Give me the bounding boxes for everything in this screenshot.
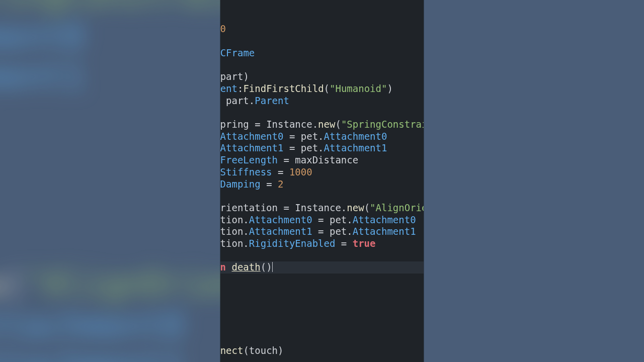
token-fn: new (0, 263, 4, 302)
code-line[interactable]: pet.Touched:Connect(touch) (220, 345, 424, 357)
code-line[interactable]: local spring = Instance.new("SpringConst… (220, 119, 424, 131)
code-line[interactable]: orientation.RigidityEnabled = true (220, 238, 424, 250)
token-op: = (312, 214, 330, 225)
token-id: orientation (220, 226, 243, 237)
token-kw: true (353, 238, 376, 249)
code-editor-strip[interactable]: value = nil maxDistance = 10 startPos = … (220, 0, 424, 362)
token-op: . (347, 226, 352, 237)
token-op: . (318, 131, 324, 142)
token-num: 2 (278, 178, 283, 190)
code-line[interactable]: value = part.Parent (220, 95, 424, 107)
code-content[interactable]: value = nil maxDistance = 10 startPos = … (220, 0, 424, 357)
code-line[interactable]: end (220, 286, 424, 298)
token-op: = (335, 238, 352, 249)
code-line[interactable]: startPos = pet.CFrame (220, 47, 424, 59)
token-str: "Humanoid" (330, 83, 387, 94)
code-line[interactable]: spring.Attachment0 = pet.Attachment0 (220, 131, 424, 143)
code-line[interactable]: orientation.Attachment1 = pet.Attachment… (220, 226, 424, 238)
token-op: ( (4, 263, 24, 302)
token-prop: FreeLength (220, 154, 278, 165)
token-op: . (318, 142, 324, 153)
code-line[interactable] (220, 274, 424, 286)
token-fn: new (347, 202, 364, 213)
token-id: Instance (266, 119, 312, 130)
code-line[interactable] (220, 107, 424, 119)
token-prop: Damping (220, 178, 261, 190)
token-id: orientation (220, 214, 243, 225)
token-id: pet (301, 142, 318, 153)
code-line[interactable]: orientation.Attachment0 = pet.Attachment… (220, 214, 424, 226)
token-prop: Attachment1 (324, 142, 387, 153)
code-line[interactable] (220, 59, 424, 71)
token-id: orientation (220, 238, 243, 249)
code-line[interactable] (220, 250, 424, 262)
token-id: part (226, 95, 249, 106)
token-op: = (278, 154, 295, 165)
token-prop: Attachment0 (0, 16, 84, 54)
token-op: . (347, 214, 352, 225)
token-prop: Attachment1 (353, 226, 416, 237)
token-op: ) (278, 345, 283, 356)
token-prop: Attachment0 (249, 214, 312, 225)
token-op: = (312, 226, 330, 237)
token-op: = (278, 202, 295, 213)
token-prop: Parent (220, 83, 237, 94)
code-line[interactable]: spring.FreeLength = maxDistance (220, 154, 424, 166)
token-prop: CFrame (220, 47, 255, 58)
token-id: maxDistance (295, 154, 358, 165)
text-cursor (272, 262, 273, 272)
token-op: () (261, 261, 272, 273)
code-line[interactable]: value = nil (220, 0, 424, 12)
token-fn: Connect (220, 345, 243, 356)
token-id: spring (220, 119, 249, 130)
token-op: = (261, 178, 278, 190)
token-prop: Attachment0 (0, 305, 184, 343)
code-line[interactable] (220, 35, 424, 47)
code-line[interactable] (220, 333, 424, 345)
token-op: ( (324, 83, 330, 94)
code-line[interactable]: spring.Attachment1 = pet.Attachment1 (220, 142, 424, 154)
token-op: = (220, 95, 226, 106)
code-line[interactable] (220, 12, 424, 24)
code-line[interactable]: function touch(part) (220, 71, 424, 83)
code-line[interactable]: spring.Damping = 2 (220, 178, 424, 191)
code-line[interactable] (220, 321, 424, 333)
token-id: pet (330, 214, 347, 225)
token-op: ) (387, 83, 392, 94)
token-id: pet (301, 131, 318, 142)
token-id: orientation (220, 202, 278, 213)
token-op: . (243, 214, 249, 225)
token-num: 1000 (289, 166, 312, 177)
token-id: part (220, 71, 243, 82)
code-line[interactable]: function death() (220, 261, 424, 274)
token-str: "AlignOrientation" (370, 202, 424, 213)
token-op: ) (243, 71, 249, 82)
token-prop: Attachment1 (0, 57, 84, 96)
token-prop: Parent (255, 95, 289, 106)
code-line[interactable]: local orientation = Instance.new("AlignO… (220, 202, 424, 214)
token-op: . (243, 226, 249, 237)
token-kw: function (220, 261, 226, 273)
token-prop: RigidityEnabled (249, 238, 336, 249)
token-prop: Attachment0 (353, 214, 416, 225)
code-line[interactable] (220, 298, 424, 310)
code-line[interactable]: end (220, 309, 424, 321)
token-op (226, 261, 231, 273)
token-prop: Attachment0 (324, 131, 387, 142)
token-prop: Stiffness (220, 166, 272, 177)
token-id: touch (249, 345, 278, 356)
token-id: Instance (295, 202, 341, 213)
token-op: = (249, 119, 266, 130)
token-op: . (243, 238, 249, 249)
token-prop: Attachment1 (220, 142, 283, 153)
code-line[interactable] (220, 190, 424, 202)
token-fn: new (318, 119, 335, 130)
token-op: ( (243, 345, 249, 356)
token-str: "SpringConstraint" (341, 119, 424, 130)
token-op: ( (335, 119, 341, 130)
token-op: = (283, 142, 300, 153)
code-line[interactable]: spring.Stiffness = 1000 (220, 166, 424, 178)
code-line[interactable]: if part.Parent:FindFirstChild("Humanoid"… (220, 83, 424, 95)
token-prop: Attachment1 (0, 346, 184, 362)
code-line[interactable]: maxDistance = 10 (220, 23, 424, 35)
